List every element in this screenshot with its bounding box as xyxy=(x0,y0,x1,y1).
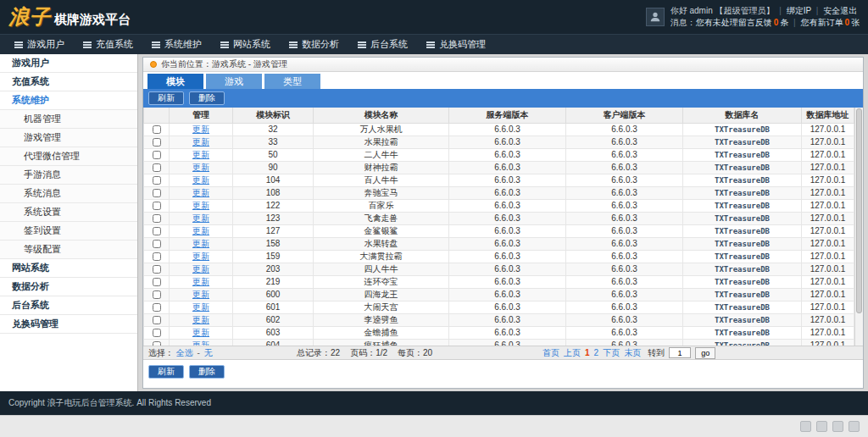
logout-link[interactable]: 安全退出 xyxy=(823,6,857,15)
update-link[interactable]: 更新 xyxy=(192,213,209,223)
row-checkbox[interactable] xyxy=(153,214,161,223)
row-checkbox[interactable] xyxy=(153,176,161,185)
refresh-button-bottom[interactable]: 刷新 xyxy=(148,365,184,379)
update-link[interactable]: 更新 xyxy=(192,340,209,346)
tray-volume-icon[interactable] xyxy=(832,421,843,432)
delete-button-bottom[interactable]: 删除 xyxy=(189,365,225,379)
tray-clock-icon[interactable] xyxy=(849,421,860,432)
update-link[interactable]: 更新 xyxy=(192,264,209,274)
go-button[interactable]: go xyxy=(695,347,715,359)
delete-button[interactable]: 删除 xyxy=(189,91,225,105)
nav-item-后台系统[interactable]: 后台系统 xyxy=(348,35,417,54)
pagination-last[interactable]: 末页 xyxy=(624,347,641,359)
tray-ime-icon[interactable] xyxy=(800,421,811,432)
content: 游戏用户充值系统系统维护机器管理游戏管理代理微信管理手游消息系统消息系统设置签到… xyxy=(0,54,868,391)
goto-page-input[interactable] xyxy=(669,347,691,358)
copyright-text: Copyright 浪子电玩后台管理系统. All Rights Reserve… xyxy=(8,397,211,409)
module-name: 大满贯拉霸 xyxy=(314,250,449,263)
sidebar-item-数据分析[interactable]: 数据分析 xyxy=(0,278,137,296)
separator: - xyxy=(198,348,200,357)
update-link[interactable]: 更新 xyxy=(192,315,209,324)
row-checkbox[interactable] xyxy=(153,316,161,324)
table-row: 更新600四海龙王6.6.0.36.6.0.3TXTreasureDB127.0… xyxy=(144,288,854,301)
nav-item-网站系统[interactable]: 网站系统 xyxy=(211,35,280,54)
sidebar-item-系统消息[interactable]: 系统消息 xyxy=(0,185,137,203)
new-order-link[interactable]: 您有新订单0张 xyxy=(800,18,860,27)
update-link[interactable]: 更新 xyxy=(192,124,209,134)
table-row: 更新108奔驰宝马6.6.0.36.6.0.3TXTreasureDB127.0… xyxy=(144,186,854,199)
sidebar-item-手游消息[interactable]: 手游消息 xyxy=(0,166,137,185)
nav-item-充值系统[interactable]: 充值系统 xyxy=(74,35,142,54)
update-link[interactable]: 更新 xyxy=(192,328,209,337)
row-checkbox[interactable] xyxy=(153,252,161,261)
row-checkbox[interactable] xyxy=(153,202,161,210)
module-table-head-row: 管理模块标识模块名称服务端版本客户端版本数据库名数据库地址 xyxy=(144,108,854,123)
row-checkbox[interactable] xyxy=(153,290,161,299)
sidebar-item-网站系统[interactable]: 网站系统 xyxy=(0,259,137,278)
db-address: 127.0.0.1 xyxy=(802,288,854,301)
pagination-next[interactable]: 下页 xyxy=(603,347,620,359)
sidebar-item-系统设置[interactable]: 系统设置 xyxy=(0,203,137,222)
update-link[interactable]: 更新 xyxy=(192,201,209,210)
row-checkbox[interactable] xyxy=(153,227,161,235)
row-checkbox[interactable] xyxy=(153,125,161,134)
nav-item-游戏用户[interactable]: 游戏用户 xyxy=(5,35,74,54)
nav-item-系统维护[interactable]: 系统维护 xyxy=(142,35,211,54)
sidebar-item-代理微信管理[interactable]: 代理微信管理 xyxy=(0,147,137,166)
sidebar-item-游戏管理[interactable]: 游戏管理 xyxy=(0,129,137,147)
update-link[interactable]: 更新 xyxy=(192,188,209,197)
client-version: 6.6.0.3 xyxy=(566,275,683,288)
update-link[interactable]: 更新 xyxy=(192,277,209,286)
tab-类型[interactable]: 类型 xyxy=(264,74,320,89)
server-version: 6.6.0.3 xyxy=(449,123,566,136)
update-link[interactable]: 更新 xyxy=(192,163,209,172)
sidebar-item-签到设置[interactable]: 签到设置 xyxy=(0,222,137,241)
pagination-prev[interactable]: 上页 xyxy=(564,347,581,359)
module-name: 飞禽走兽 xyxy=(314,212,449,224)
refresh-button[interactable]: 刷新 xyxy=(148,91,184,105)
sidebar-item-机器管理[interactable]: 机器管理 xyxy=(0,110,137,129)
update-link[interactable]: 更新 xyxy=(192,175,209,185)
tab-游戏[interactable]: 游戏 xyxy=(206,74,262,89)
greeting-text: 你好 admin xyxy=(670,6,713,15)
row-checkbox[interactable] xyxy=(153,189,161,197)
nav-item-兑换码管理[interactable]: 兑换码管理 xyxy=(417,35,495,54)
sidebar-item-兑换码管理[interactable]: 兑换码管理 xyxy=(0,315,137,334)
update-link[interactable]: 更新 xyxy=(192,137,209,147)
bind-ip-link[interactable]: 绑定IP xyxy=(787,6,811,15)
row-checkbox[interactable] xyxy=(153,163,161,172)
update-link[interactable]: 更新 xyxy=(192,302,209,312)
row-checkbox[interactable] xyxy=(153,240,161,248)
row-checkbox[interactable] xyxy=(153,278,161,286)
update-link[interactable]: 更新 xyxy=(192,290,209,299)
row-checkbox[interactable] xyxy=(153,151,161,159)
client-version: 6.6.0.3 xyxy=(566,250,683,263)
sidebar-item-后台系统[interactable]: 后台系统 xyxy=(0,296,137,315)
select-none-link[interactable]: 无 xyxy=(204,348,213,357)
scrollbar-thumb[interactable] xyxy=(856,108,862,313)
table-scrollbar[interactable] xyxy=(854,108,863,346)
pagination-first[interactable]: 首页 xyxy=(542,347,559,359)
sidebar-item-游戏用户[interactable]: 游戏用户 xyxy=(0,54,137,73)
tab-模块[interactable]: 模块 xyxy=(147,74,203,89)
select-all-link[interactable]: 全选 xyxy=(176,348,193,357)
row-checkbox[interactable] xyxy=(153,329,161,337)
separator: | xyxy=(816,6,819,15)
feedback-link[interactable]: 您有未处理留言反馈0条 xyxy=(696,18,789,27)
breadcrumb: 你当前位置：游戏系统 - 游戏管理 xyxy=(143,58,863,72)
update-link[interactable]: 更新 xyxy=(192,226,209,235)
page-number-1[interactable]: 1 xyxy=(585,348,590,357)
tray-keyboard-icon[interactable] xyxy=(816,421,827,432)
update-link[interactable]: 更新 xyxy=(192,252,209,261)
row-checkbox[interactable] xyxy=(153,265,161,274)
row-checkbox[interactable] xyxy=(153,341,161,346)
nav-item-数据分析[interactable]: 数据分析 xyxy=(280,35,348,54)
row-checkbox[interactable] xyxy=(153,138,161,147)
sidebar-item-等级配置[interactable]: 等级配置 xyxy=(0,241,137,259)
page-number-2[interactable]: 2 xyxy=(594,348,599,357)
update-link[interactable]: 更新 xyxy=(192,150,209,159)
row-checkbox[interactable] xyxy=(153,303,161,312)
sidebar-item-系统维护[interactable]: 系统维护 xyxy=(0,91,137,110)
update-link[interactable]: 更新 xyxy=(192,239,209,248)
sidebar-item-充值系统[interactable]: 充值系统 xyxy=(0,73,137,91)
